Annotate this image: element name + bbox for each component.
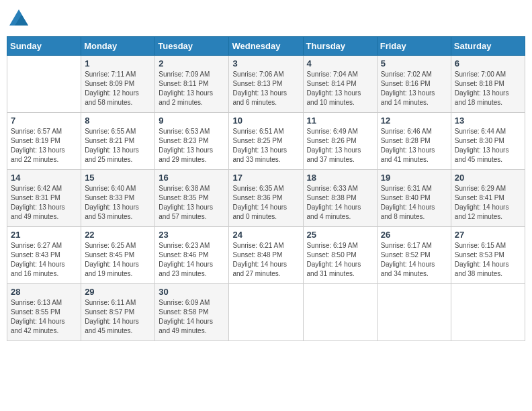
calendar-week-2: 7 Sunrise: 6:57 AM Sunset: 8:19 PM Dayli…	[7, 113, 525, 170]
calendar-day-2: 2 Sunrise: 7:09 AM Sunset: 8:11 PM Dayli…	[155, 56, 229, 113]
logo	[7, 7, 34, 31]
calendar-day-28: 28 Sunrise: 6:13 AM Sunset: 8:55 PM Dayl…	[7, 284, 81, 341]
logo-icon	[7, 7, 31, 31]
calendar-day-15: 15 Sunrise: 6:40 AM Sunset: 8:33 PM Dayl…	[81, 170, 155, 227]
calendar-day-22: 22 Sunrise: 6:25 AM Sunset: 8:45 PM Dayl…	[81, 227, 155, 284]
calendar-day-21: 21 Sunrise: 6:27 AM Sunset: 8:43 PM Dayl…	[7, 227, 81, 284]
calendar-day-17: 17 Sunrise: 6:35 AM Sunset: 8:36 PM Dayl…	[229, 170, 303, 227]
calendar-week-4: 21 Sunrise: 6:27 AM Sunset: 8:43 PM Dayl…	[7, 227, 525, 284]
calendar-day-19: 19 Sunrise: 6:31 AM Sunset: 8:40 PM Dayl…	[377, 170, 451, 227]
empty-day	[377, 284, 451, 341]
calendar-day-23: 23 Sunrise: 6:23 AM Sunset: 8:46 PM Dayl…	[155, 227, 229, 284]
empty-day	[7, 56, 81, 113]
weekday-header-monday: Monday	[81, 37, 155, 56]
weekday-header-tuesday: Tuesday	[155, 37, 229, 56]
weekday-header-saturday: Saturday	[451, 37, 525, 56]
empty-day	[229, 284, 303, 341]
empty-day	[451, 284, 525, 341]
calendar-table: SundayMondayTuesdayWednesdayThursdayFrid…	[7, 36, 525, 341]
calendar-day-12: 12 Sunrise: 6:46 AM Sunset: 8:28 PM Dayl…	[377, 113, 451, 170]
calendar-day-3: 3 Sunrise: 7:06 AM Sunset: 8:13 PM Dayli…	[229, 56, 303, 113]
weekday-header-sunday: Sunday	[7, 37, 81, 56]
weekday-header-friday: Friday	[377, 37, 451, 56]
weekday-header-wednesday: Wednesday	[229, 37, 303, 56]
calendar-day-1: 1 Sunrise: 7:11 AM Sunset: 8:09 PM Dayli…	[81, 56, 155, 113]
calendar-header: SundayMondayTuesdayWednesdayThursdayFrid…	[7, 37, 525, 56]
page-header	[7, 7, 525, 31]
calendar-day-24: 24 Sunrise: 6:21 AM Sunset: 8:48 PM Dayl…	[229, 227, 303, 284]
calendar-day-10: 10 Sunrise: 6:51 AM Sunset: 8:25 PM Dayl…	[229, 113, 303, 170]
calendar-day-26: 26 Sunrise: 6:17 AM Sunset: 8:52 PM Dayl…	[377, 227, 451, 284]
calendar-day-8: 8 Sunrise: 6:55 AM Sunset: 8:21 PM Dayli…	[81, 113, 155, 170]
calendar-day-11: 11 Sunrise: 6:49 AM Sunset: 8:26 PM Dayl…	[303, 113, 377, 170]
calendar-day-6: 6 Sunrise: 7:00 AM Sunset: 8:18 PM Dayli…	[451, 56, 525, 113]
calendar-day-9: 9 Sunrise: 6:53 AM Sunset: 8:23 PM Dayli…	[155, 113, 229, 170]
calendar-week-5: 28 Sunrise: 6:13 AM Sunset: 8:55 PM Dayl…	[7, 284, 525, 341]
calendar-week-3: 14 Sunrise: 6:42 AM Sunset: 8:31 PM Dayl…	[7, 170, 525, 227]
calendar-week-1: 1 Sunrise: 7:11 AM Sunset: 8:09 PM Dayli…	[7, 56, 525, 113]
calendar-day-4: 4 Sunrise: 7:04 AM Sunset: 8:14 PM Dayli…	[303, 56, 377, 113]
calendar-day-7: 7 Sunrise: 6:57 AM Sunset: 8:19 PM Dayli…	[7, 113, 81, 170]
empty-day	[303, 284, 377, 341]
calendar-day-29: 29 Sunrise: 6:11 AM Sunset: 8:57 PM Dayl…	[81, 284, 155, 341]
calendar-day-5: 5 Sunrise: 7:02 AM Sunset: 8:16 PM Dayli…	[377, 56, 451, 113]
calendar-day-30: 30 Sunrise: 6:09 AM Sunset: 8:58 PM Dayl…	[155, 284, 229, 341]
calendar-day-27: 27 Sunrise: 6:15 AM Sunset: 8:53 PM Dayl…	[451, 227, 525, 284]
calendar-day-18: 18 Sunrise: 6:33 AM Sunset: 8:38 PM Dayl…	[303, 170, 377, 227]
calendar-day-14: 14 Sunrise: 6:42 AM Sunset: 8:31 PM Dayl…	[7, 170, 81, 227]
calendar-day-25: 25 Sunrise: 6:19 AM Sunset: 8:50 PM Dayl…	[303, 227, 377, 284]
weekday-header-thursday: Thursday	[303, 37, 377, 56]
calendar-day-13: 13 Sunrise: 6:44 AM Sunset: 8:30 PM Dayl…	[451, 113, 525, 170]
calendar-day-16: 16 Sunrise: 6:38 AM Sunset: 8:35 PM Dayl…	[155, 170, 229, 227]
calendar-day-20: 20 Sunrise: 6:29 AM Sunset: 8:41 PM Dayl…	[451, 170, 525, 227]
